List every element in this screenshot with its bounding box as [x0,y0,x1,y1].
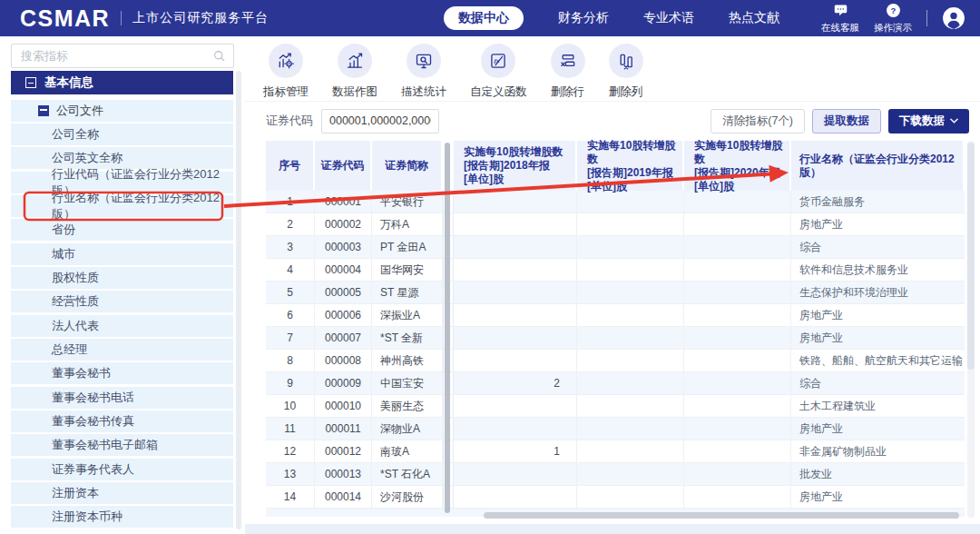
svg-text:?: ? [890,5,896,15]
sidebar-item-3-highlighted[interactable]: 行业名称（证监会行业分类2012版） [11,195,233,217]
collapse-icon[interactable] [25,77,36,88]
table-row[interactable]: 4000004国华网安软件和信息技术服务业 [266,259,965,282]
tool-label: 指标管理 [263,84,309,100]
nav-financial-analysis[interactable]: 财务分析 [558,10,609,26]
sidebar-item-8[interactable]: 法人代表 [11,315,233,337]
cell-industry: 房地产业 [791,418,963,440]
vertical-scrollbar-thumb[interactable] [967,143,975,370]
query-row: 证券代码 清除指标(7个) 提取数据 下载数据 [266,108,969,134]
table-header-row: 序号证券代码证券简称实施每10股转增股数 [报告期]2018年报 [单位]股实施… [266,141,965,191]
cell-industry: 非金属矿物制品业 [791,440,963,462]
tool-descriptive-stats[interactable]: 描述统计 [401,44,446,100]
clear-indicators-button[interactable]: 清除指标(7个) [710,109,805,134]
tool-data-plot[interactable]: 数据作图 [332,44,377,100]
cell-y2019 [577,486,684,508]
tool-indicator-manage[interactable]: 指标管理 [263,44,309,100]
cell-y2019 [577,440,684,462]
cell-no: 2 [266,213,315,235]
sidebar-item-14[interactable]: 证券事务代表人 [11,459,233,480]
download-data-button[interactable]: 下载数据 [888,109,969,134]
sidebar-item-11[interactable]: 董事会秘书电话 [11,387,233,409]
cell-no: 12 [266,440,315,462]
table-body: 1000001平安银行货币金融服务2000002万科A房地产业3000003PT… [266,191,965,509]
bar-chart-icon [338,44,372,78]
table-row[interactable]: 13000013*ST 石化A批发业 [266,463,965,486]
cell-no: 3 [266,236,315,258]
table-row[interactable]: 6000006深振业A房地产业 [266,304,965,327]
cell-y2019 [577,372,684,394]
cell-no: 1 [266,191,315,213]
csmar-logo[interactable]: CSMAR [20,5,110,32]
page-background-strip [245,524,980,534]
cell-name: 中国宝安 [372,372,443,394]
cell-y2020 [684,282,791,303]
cell-industry: 货币金融服务 [791,191,963,213]
sidebar-item-6[interactable]: 股权性质 [11,267,233,289]
chat-icon [833,3,848,20]
cell-name: ST 星源 [372,282,443,303]
horizontal-scrollbar-thumb[interactable] [484,512,959,519]
cell-code: 000003 [315,236,372,258]
cell-y2018 [454,463,577,485]
cell-y2020 [684,418,791,440]
cell-industry: 批发业 [791,463,963,485]
app-root: CSMAR 上市公司研究服务平台 数据中心财务分析专业术语热点文献 在线客服?操… [0,0,980,534]
sidebar-item-7[interactable]: 经营性质 [11,291,233,312]
table-row[interactable]: 7000007*ST 全新房地产业 [266,327,965,350]
table-row[interactable]: 11000011深物业A房地产业 [266,418,965,440]
cell-y2020 [684,327,791,349]
avatar-icon [942,6,965,30]
query-buttons: 清除指标(7个) 提取数据 下载数据 [710,109,969,134]
svg-text:fx: fx [495,57,500,64]
cell-y2019 [577,304,684,326]
security-code-input[interactable] [321,109,439,134]
cell-code: 000002 [315,213,372,235]
table-row[interactable]: 12000012南玻A1非金属矿物制品业 [266,440,965,463]
nav-hot-literature[interactable]: 热点文献 [729,10,779,26]
nav-terminology[interactable]: 专业术语 [643,10,694,26]
monitor-search-icon [407,44,441,78]
tool-custom-function[interactable]: fx 自定义函数 [470,44,527,100]
util-demo[interactable]: ?操作演示 [874,3,912,35]
search-input[interactable] [11,44,234,68]
frozen-pane-scrollbar[interactable] [445,143,450,513]
table-row[interactable]: 10000010美丽生态土木工程建筑业 [266,395,965,418]
cell-y2018 [454,327,577,349]
cell-industry: 生态保护和环境治理业 [791,282,963,303]
sidebar: 基本信息 公司文件 公司全称公司英文全称行业代码（证监会行业分类2012版）行业… [0,36,246,534]
nav-data-center[interactable]: 数据中心 [444,6,524,30]
sidebar-scrollbar[interactable] [236,71,241,529]
cell-name: 美丽生态 [372,395,443,417]
table-row[interactable]: 5000005ST 星源生态保护和环境治理业 [266,282,965,304]
sidebar-item-16[interactable]: 注册资本币种 [11,506,233,528]
sidebar-item-9[interactable]: 总经理 [11,339,233,361]
tree-root-basic-info[interactable]: 基本信息 [11,71,233,94]
tool-delete-col[interactable]: 删除列 [609,44,643,100]
tree-group-company-file[interactable]: 公司文件 [11,100,233,122]
cell-name: 国华网安 [372,259,443,281]
cell-code: 000012 [315,440,372,462]
collapse-icon[interactable] [38,105,49,116]
table-row[interactable]: 2000002万科A房地产业 [266,213,965,236]
sidebar-item-5[interactable]: 城市 [11,243,233,265]
table-row[interactable]: 9000009中国宝安2综合 [266,372,965,395]
table-row[interactable]: 14000014沙河股份房地产业 [266,486,965,509]
tree-root-label: 基本信息 [44,74,93,91]
cell-industry: 土木工程建筑业 [791,395,963,417]
cell-industry: 房地产业 [791,486,963,508]
tool-delete-row[interactable]: 删除行 [551,44,585,100]
util-online-service[interactable]: 在线客服 [821,3,859,35]
cell-industry: 综合 [791,372,963,394]
sidebar-item-10[interactable]: 董事会秘书 [11,362,233,384]
sidebar-item-0[interactable]: 公司全称 [11,124,233,145]
table-row[interactable]: 3000003PT 金田A综合 [266,236,965,259]
extract-data-button[interactable]: 提取数据 [812,109,881,134]
table-row[interactable]: 1000001平安银行货币金融服务 [266,191,965,213]
table-row[interactable]: 8000008神州高铁铁路、船舶、航空航天和其它运输设备... [266,350,965,372]
sidebar-item-15[interactable]: 注册资本 [11,482,233,504]
cell-y2019 [577,395,684,417]
user-avatar[interactable] [942,6,965,30]
sidebar-item-13[interactable]: 董事会秘书电子邮箱 [11,434,233,456]
sidebar-item-12[interactable]: 董事会秘书传真 [11,410,233,432]
col-header-y2018: 实施每10股转增股数 [报告期]2018年报 [单位]股 [454,141,577,191]
